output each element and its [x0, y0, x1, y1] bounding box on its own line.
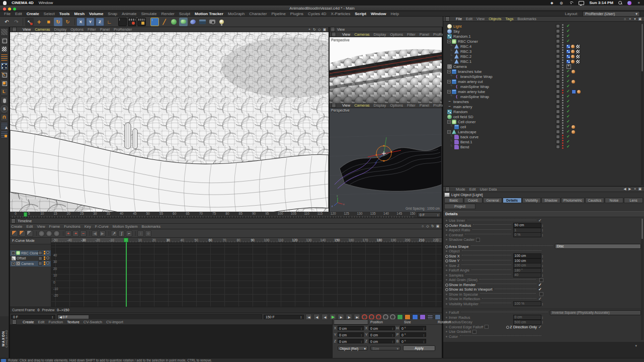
app-menu-item[interactable]: Simulate	[141, 12, 156, 16]
attribute-row[interactable]: Area Shape Disc	[443, 244, 644, 249]
record-dot-icon[interactable]	[445, 287, 449, 292]
record-dot-icon[interactable]	[445, 218, 449, 223]
material-menu-item[interactable]: CV-Swatch	[84, 320, 102, 324]
timeline-menu-item[interactable]: Edit	[27, 224, 33, 229]
value-field[interactable]: 50 cm	[513, 223, 541, 228]
rotate-tool-icon[interactable]: ↻	[54, 18, 62, 26]
lock-icon[interactable]: ▣	[638, 17, 642, 21]
visibility-dots[interactable]	[562, 84, 564, 88]
object-name[interactable]: Random	[453, 110, 467, 114]
layer-chip[interactable]	[556, 135, 560, 139]
enabled-check-icon[interactable]	[567, 130, 571, 134]
checkbox[interactable]	[485, 325, 489, 329]
timeline-track[interactable]: Offset	[10, 256, 51, 261]
object-name[interactable]: RBC.2	[460, 54, 471, 59]
record-dot-icon[interactable]	[445, 292, 449, 297]
viewport-menu-item[interactable]: Options	[390, 32, 403, 37]
panel-icon[interactable]	[332, 103, 336, 108]
timeline-track[interactable]: − RBC Cloner	[10, 250, 51, 256]
enabled-check-icon[interactable]	[567, 75, 571, 78]
viewport-menu-item[interactable]: ProRe	[433, 32, 444, 37]
texture-icon[interactable]	[576, 49, 580, 54]
object-name[interactable]: RBC.3	[460, 49, 471, 54]
visibility-dots[interactable]	[562, 39, 564, 43]
texture-icon[interactable]	[576, 54, 580, 59]
layer-chip[interactable]	[556, 105, 560, 109]
render-view-icon[interactable]	[118, 18, 127, 26]
size-mode-dropdown[interactable]: Size▾	[370, 346, 400, 350]
key-snapshot3-icon[interactable]	[27, 230, 33, 237]
viewport-menu-item[interactable]: Cameras	[354, 32, 369, 37]
track-curve-icon[interactable]	[46, 251, 49, 254]
visibility-dots[interactable]	[562, 69, 564, 73]
record-dot-icon[interactable]	[445, 334, 449, 339]
workplane-align-icon[interactable]	[1, 122, 8, 130]
phong-icon[interactable]	[572, 125, 575, 129]
shaded-render-view[interactable]	[330, 37, 442, 103]
layer-chip[interactable]	[556, 24, 560, 28]
section-header[interactable]: Details	[443, 211, 644, 217]
panel-icon[interactable]	[445, 187, 450, 192]
search-icon[interactable]: ○	[623, 17, 627, 21]
value-field[interactable]: 100 cm	[513, 258, 541, 263]
wireframe-scene[interactable]	[10, 32, 329, 212]
attribute-row[interactable]: Object	[443, 249, 644, 254]
object-row[interactable]: mainSpline Wrap	[443, 94, 644, 99]
viewport-menu-item[interactable]: Filter	[88, 27, 96, 32]
object-name[interactable]: branches tube	[458, 69, 482, 74]
visibility-dots[interactable]	[562, 24, 564, 28]
scrollbar[interactable]	[641, 23, 643, 185]
attribute-row[interactable]: Visibility Multiplier 100 % ↕	[443, 302, 644, 307]
object-row[interactable]: RBC Cloner	[443, 39, 644, 44]
layer-chip[interactable]	[556, 59, 560, 63]
layer-chip[interactable]	[556, 125, 560, 129]
viewport-menu-item[interactable]: Filter	[407, 103, 416, 108]
attribute-row[interactable]: Colored Edge Falloff Z Direction Only	[443, 325, 644, 330]
object-name[interactable]: cell	[460, 125, 466, 129]
visibility-dots[interactable]	[562, 145, 564, 149]
expand-toggle-icon[interactable]	[447, 120, 451, 124]
toggle-view-icon[interactable]: ▣	[323, 28, 327, 32]
track-toggle-icon[interactable]	[38, 261, 42, 265]
points-mode-icon[interactable]	[1, 62, 8, 70]
value-field[interactable]: 0 cm	[513, 315, 541, 320]
enabled-check-icon[interactable]	[567, 110, 571, 114]
rotation-field[interactable]: 0 °↕	[400, 326, 426, 330]
rotation-field[interactable]: 0 °↕	[400, 339, 426, 343]
attribute-tab[interactable]: Noise	[605, 198, 624, 203]
attribute-row[interactable]: Falloff Angle 180 ° ↕	[443, 268, 644, 273]
object-row[interactable]: Random.1	[443, 34, 644, 39]
material-menu-item[interactable]: Texture	[67, 320, 79, 324]
track-name[interactable]: Camera	[21, 262, 34, 265]
visibility-dots[interactable]	[562, 135, 564, 139]
enabled-check-icon[interactable]	[567, 35, 571, 38]
expand-toggle-icon[interactable]	[447, 130, 451, 134]
object-row[interactable]: back curve	[443, 134, 644, 139]
search-icon[interactable]: ○	[421, 224, 425, 228]
slider-thumb[interactable]: ◀ 0 F	[58, 315, 89, 319]
object-name[interactable]: Random.1	[453, 34, 471, 39]
visibility-dots[interactable]	[562, 54, 564, 58]
record-dot-icon[interactable]	[445, 237, 449, 242]
enabled-check-icon[interactable]	[567, 95, 571, 99]
jog-wheel-icon[interactable]	[38, 230, 45, 237]
app-menu-item[interactable]: Sculpt	[179, 12, 190, 16]
size-field[interactable]: 0 cm↕	[369, 332, 395, 337]
layer-chip[interactable]	[556, 29, 560, 33]
object-name[interactable]: mainSpline Wrap	[460, 84, 489, 89]
stepper-icon[interactable]: ↕	[542, 233, 544, 237]
layer-chip[interactable]	[556, 79, 560, 83]
app-menu-item[interactable]: Cycles 4D	[308, 12, 326, 16]
phong-icon[interactable]	[571, 45, 575, 48]
history-forward-icon[interactable]: ▶	[628, 187, 632, 191]
key-snapshot2-icon[interactable]	[19, 230, 26, 237]
visibility-dots[interactable]	[562, 29, 564, 33]
attribute-row[interactable]: Show in Specular	[443, 292, 644, 297]
checkmark-icon[interactable]	[538, 297, 543, 301]
position-field[interactable]: 0 cm↕	[338, 326, 364, 330]
attribute-row[interactable]: Use Inner	[443, 218, 644, 223]
track-keys-icon[interactable]	[43, 251, 45, 254]
material-menu-item[interactable]: Edit	[38, 320, 45, 324]
panel-menu-icon[interactable]: ▾	[635, 344, 637, 348]
checkmark-icon[interactable]	[538, 283, 543, 287]
